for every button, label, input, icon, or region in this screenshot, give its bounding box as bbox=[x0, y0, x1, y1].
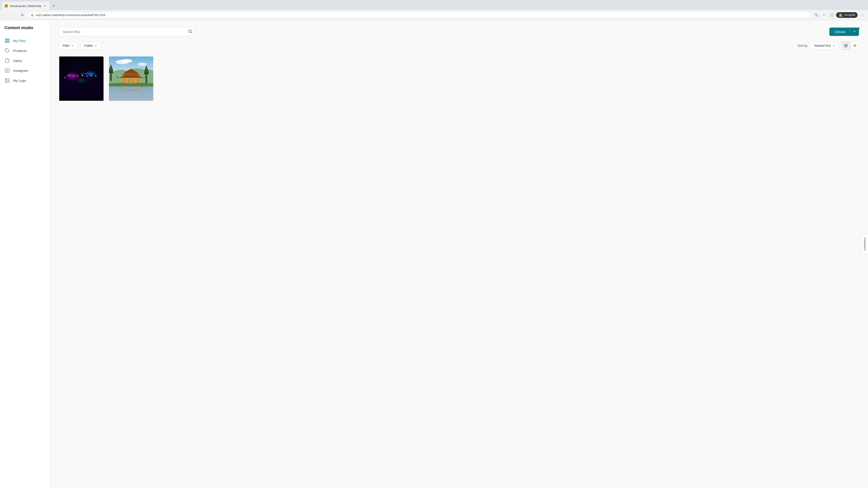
sidebar-item-instagram[interactable]: Instagram bbox=[0, 66, 50, 75]
upload-section: Upload bbox=[829, 28, 859, 36]
lock-icon: 🔒 bbox=[31, 13, 34, 17]
sidebar-item-my-logo[interactable]: My Logo bbox=[0, 75, 50, 86]
sidebar-label-my-files: My Files bbox=[13, 39, 26, 43]
festival-image bbox=[59, 57, 103, 101]
sidebar-header: Content studio bbox=[0, 26, 50, 36]
grid-view-button[interactable] bbox=[842, 41, 850, 50]
sort-value: Newest first bbox=[814, 44, 831, 47]
image-grid bbox=[59, 56, 859, 101]
svg-rect-20 bbox=[66, 74, 74, 101]
instagram-icon bbox=[4, 68, 10, 73]
svg-rect-34 bbox=[67, 75, 78, 76]
filter-row: Filter Folder Sort by Newest first bbox=[59, 41, 859, 50]
svg-rect-21 bbox=[81, 76, 97, 101]
svg-point-24 bbox=[84, 70, 97, 78]
image-item-temple[interactable] bbox=[108, 56, 154, 101]
svg-rect-14 bbox=[846, 46, 847, 47]
svg-point-28 bbox=[73, 76, 74, 77]
svg-rect-5 bbox=[5, 68, 9, 72]
svg-rect-43 bbox=[109, 85, 153, 101]
festival-svg bbox=[59, 57, 103, 101]
svg-rect-3 bbox=[8, 41, 9, 42]
my-logo-icon bbox=[4, 78, 10, 83]
sidebar-item-my-files[interactable]: My Files bbox=[0, 36, 50, 46]
svg-point-32 bbox=[91, 74, 92, 76]
reload-button[interactable]: ↻ bbox=[19, 12, 25, 18]
svg-point-33 bbox=[95, 75, 96, 76]
my-files-icon bbox=[4, 38, 10, 43]
bookmark-button[interactable]: ☆ bbox=[821, 12, 827, 18]
search-submit-button[interactable] bbox=[188, 29, 192, 34]
svg-point-31 bbox=[86, 76, 88, 77]
incognito-label: Incognito bbox=[844, 13, 855, 17]
svg-rect-12 bbox=[846, 44, 847, 45]
sort-select[interactable]: Newest first bbox=[810, 42, 839, 50]
profile-window-button[interactable]: ⬜ bbox=[829, 12, 835, 18]
search-box bbox=[59, 27, 194, 36]
search-button[interactable]: 🔍 bbox=[813, 12, 819, 18]
temple-svg bbox=[109, 57, 153, 101]
svg-point-8 bbox=[6, 79, 7, 80]
list-icon bbox=[853, 44, 857, 47]
close-button[interactable]: × bbox=[855, 25, 863, 32]
search-icon bbox=[188, 29, 192, 33]
filter-button[interactable]: Filter bbox=[59, 42, 78, 50]
menu-button[interactable]: ⋮ bbox=[859, 12, 865, 18]
sidebar-label-instagram: Instagram bbox=[13, 69, 28, 72]
svg-rect-11 bbox=[844, 44, 846, 45]
sort-by-label: Sort by bbox=[798, 44, 808, 47]
list-view-button[interactable] bbox=[851, 41, 859, 50]
incognito-icon: 🕵 bbox=[838, 13, 843, 17]
sidebar-label-products: Products bbox=[13, 49, 26, 53]
grid-icon bbox=[844, 44, 848, 47]
svg-point-36 bbox=[67, 97, 73, 100]
svg-rect-2 bbox=[5, 41, 7, 42]
svg-point-27 bbox=[68, 74, 70, 76]
feedback-tab[interactable]: Feedback bbox=[861, 234, 868, 254]
tab-title: Social posts | Mailchimp bbox=[10, 4, 41, 8]
main-content: × Upload bbox=[50, 20, 868, 488]
sidebar-label-giphy: Giphy bbox=[13, 59, 22, 63]
tab-close-button[interactable]: ✕ bbox=[43, 4, 47, 8]
svg-rect-51 bbox=[146, 73, 147, 83]
upload-button[interactable]: Upload bbox=[829, 28, 850, 36]
back-button[interactable]: ← bbox=[3, 12, 9, 18]
giphy-icon bbox=[4, 58, 10, 63]
svg-rect-42 bbox=[110, 72, 112, 81]
svg-point-26 bbox=[64, 77, 66, 78]
active-tab[interactable]: M Social posts | Mailchimp ✕ bbox=[2, 2, 50, 10]
sort-section: Sort by Newest first bbox=[798, 41, 859, 50]
temple-image bbox=[109, 57, 153, 101]
nav-actions: 🔍 ☆ ⬜ 🕵 Incognito ⋮ bbox=[813, 12, 865, 18]
svg-rect-0 bbox=[5, 39, 7, 40]
svg-line-10 bbox=[191, 32, 191, 33]
svg-rect-22 bbox=[86, 72, 97, 101]
products-icon bbox=[4, 48, 10, 53]
incognito-badge: 🕵 Incognito bbox=[836, 12, 858, 18]
sidebar-label-my-logo: My Logo bbox=[13, 78, 26, 83]
svg-rect-19 bbox=[64, 78, 77, 101]
tab-favicon: M bbox=[4, 4, 8, 8]
new-tab-button[interactable]: + bbox=[51, 3, 57, 9]
search-row: Upload bbox=[59, 27, 859, 36]
folder-chevron-icon bbox=[94, 44, 97, 47]
svg-rect-18 bbox=[59, 57, 103, 101]
svg-point-40 bbox=[121, 59, 132, 63]
svg-rect-13 bbox=[844, 46, 846, 47]
svg-point-25 bbox=[76, 77, 87, 84]
svg-point-23 bbox=[65, 72, 81, 81]
svg-point-37 bbox=[81, 97, 90, 100]
browser-chrome: M Social posts | Mailchimp ✕ + ← → ↻ 🔒 u… bbox=[0, 0, 868, 20]
filter-chevron-icon bbox=[71, 44, 74, 47]
nav-bar: ← → ↻ 🔒 us21.admin.mailchimp.com/social-… bbox=[0, 10, 868, 20]
image-item-festival[interactable] bbox=[59, 56, 104, 101]
svg-point-29 bbox=[77, 75, 79, 76]
folder-button[interactable]: Folder bbox=[80, 42, 101, 50]
sidebar-item-products[interactable]: Products bbox=[0, 46, 50, 56]
forward-button[interactable]: → bbox=[11, 12, 17, 18]
tab-bar: M Social posts | Mailchimp ✕ + bbox=[0, 0, 868, 10]
search-input[interactable] bbox=[59, 27, 194, 36]
address-bar[interactable]: 🔒 us21.admin.mailchimp.com/social-posts/… bbox=[27, 12, 811, 18]
feedback-label: Feedback bbox=[863, 237, 867, 250]
sidebar-item-giphy[interactable]: Giphy bbox=[0, 56, 50, 66]
